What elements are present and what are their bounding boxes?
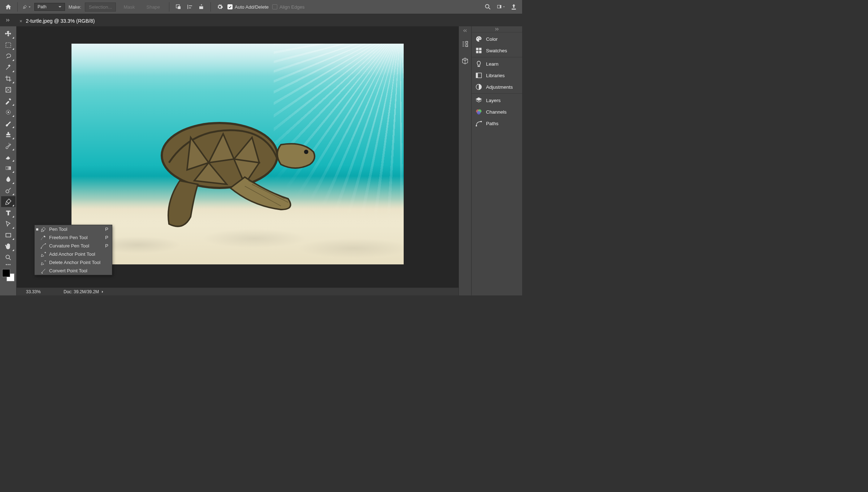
move-tool[interactable]: [1, 28, 16, 39]
make-selection-button[interactable]: Selection...: [85, 3, 116, 12]
frame-tool[interactable]: [1, 84, 16, 95]
path-alignment-button[interactable]: [186, 3, 194, 11]
panel-label: Color: [486, 36, 498, 42]
svg-rect-5: [500, 5, 501, 8]
tools-panel: [0, 26, 17, 295]
panel-label: Channels: [486, 109, 507, 115]
add-anchor-point-tool-option[interactable]: Add Anchor Point Tool: [35, 250, 112, 258]
search-button[interactable]: [484, 3, 492, 11]
chevron-down-icon: [503, 5, 505, 8]
layers-icon: [475, 97, 482, 104]
pen-icon: [23, 4, 27, 10]
document-canvas[interactable]: [71, 44, 404, 264]
hand-icon: [5, 243, 12, 250]
paths-panel-tab[interactable]: Paths: [472, 118, 522, 129]
learn-panel-tab[interactable]: Learn: [472, 58, 522, 70]
double-chevron-right-icon: [6, 19, 11, 22]
home-button[interactable]: [4, 3, 12, 11]
close-tab-button[interactable]: ×: [19, 18, 22, 24]
eyedropper-tool[interactable]: [1, 96, 16, 106]
make-shape-button[interactable]: Shape: [142, 3, 164, 12]
panel-label: Paths: [486, 121, 499, 126]
document-tab[interactable]: × 2-turtle.jpeg @ 33.3% (RGB/8): [14, 16, 100, 26]
zoom-tool[interactable]: [1, 252, 16, 263]
auto-add-delete-checkbox[interactable]: Auto Add/Delete: [227, 4, 269, 10]
delete-anchor-point-tool-option[interactable]: Delete Anchor Point Tool: [35, 258, 112, 267]
extra-pen-options-button[interactable]: [216, 3, 224, 11]
gradient-icon: [5, 164, 12, 172]
align-edges-checkbox[interactable]: Align Edges: [272, 4, 304, 10]
marquee-tool[interactable]: [1, 40, 16, 50]
add-anchor-icon: [40, 251, 46, 257]
channels-panel-tab[interactable]: Channels: [472, 106, 522, 118]
convert-point-tool-option[interactable]: Convert Point Tool: [35, 267, 112, 275]
paths-icon: [475, 120, 482, 127]
path-selection-tool[interactable]: [1, 219, 16, 229]
zoom-icon: [5, 254, 12, 261]
properties-icon: [461, 40, 469, 48]
align-icon: [187, 4, 193, 10]
zoom-level[interactable]: 33.33%: [17, 289, 60, 294]
crop-tool[interactable]: [1, 73, 16, 84]
quick-selection-tool[interactable]: [1, 62, 16, 73]
shortcut: P: [105, 235, 108, 240]
history-brush-tool[interactable]: [1, 140, 16, 151]
libraries-panel-tab[interactable]: Libraries: [472, 70, 522, 81]
healing-brush-tool[interactable]: [1, 107, 16, 118]
canvas-viewport[interactable]: Pen Tool P Freeform Pen Tool P Curvature…: [17, 26, 459, 287]
pen-tool-option[interactable]: Pen Tool P: [35, 225, 112, 233]
pen-tool-flyout: Pen Tool P Freeform Pen Tool P Curvature…: [34, 225, 112, 275]
svg-point-11: [6, 190, 9, 193]
lasso-tool[interactable]: [1, 51, 16, 62]
dodge-tool[interactable]: [1, 185, 16, 196]
adjustments-panel-tab[interactable]: Adjustments: [472, 81, 522, 93]
delete-anchor-icon: [40, 260, 46, 265]
rectangle-tool[interactable]: [1, 230, 16, 241]
magic-wand-icon: [5, 64, 12, 71]
tool-preset-picker[interactable]: [23, 3, 31, 11]
curvature-pen-tool-option[interactable]: Curvature Pen Tool P: [35, 242, 112, 250]
color-panel-tab[interactable]: Color: [472, 33, 522, 45]
tool-divider[interactable]: [5, 264, 11, 265]
pick-tool-mode-dropdown[interactable]: Path: [34, 3, 65, 11]
make-mask-button[interactable]: Mask: [120, 3, 139, 12]
horizontal-scrollbar[interactable]: [112, 289, 459, 294]
svg-point-16: [41, 247, 42, 249]
eraser-icon: [5, 153, 12, 161]
pen-icon: [5, 198, 12, 205]
path-operations-button[interactable]: [174, 3, 182, 11]
move-icon: [5, 30, 12, 38]
panel-label: Swatches: [486, 48, 507, 53]
panel-label: Adjustments: [486, 84, 513, 90]
document-info[interactable]: Doc: 39.2M/39.2M: [60, 289, 104, 294]
svg-point-3: [485, 4, 489, 8]
properties-panel-button[interactable]: [461, 40, 469, 49]
layers-panel-tab[interactable]: Layers: [472, 95, 522, 106]
foreground-background-color[interactable]: [2, 269, 14, 281]
brush-icon: [5, 120, 12, 127]
svg-point-19: [478, 37, 479, 38]
checkbox-label: Align Edges: [279, 4, 304, 10]
collapse-panels-button[interactable]: [472, 26, 522, 32]
double-chevron-left-icon[interactable]: [463, 29, 468, 32]
gradient-tool[interactable]: [1, 163, 16, 173]
share-button[interactable]: [510, 3, 518, 11]
shortcut: P: [105, 243, 108, 249]
path-arrangement-button[interactable]: [198, 3, 205, 11]
hand-tool[interactable]: [1, 241, 16, 252]
clone-stamp-tool[interactable]: [1, 129, 16, 140]
expand-panels-button[interactable]: [2, 14, 14, 26]
separator: [211, 2, 211, 12]
freeform-pen-tool-option[interactable]: Freeform Pen Tool P: [35, 233, 112, 242]
3d-panel-button[interactable]: [461, 57, 469, 66]
swatches-panel-tab[interactable]: Swatches: [472, 45, 522, 56]
foreground-color-swatch[interactable]: [2, 269, 10, 277]
make-label: Make:: [69, 4, 81, 10]
arrow-icon: [5, 220, 12, 228]
pen-tool[interactable]: [1, 196, 16, 207]
type-tool[interactable]: [1, 207, 16, 218]
brush-tool[interactable]: [1, 118, 16, 129]
workspace-switcher[interactable]: [497, 3, 505, 11]
blur-tool[interactable]: [1, 174, 16, 185]
eraser-tool[interactable]: [1, 151, 16, 162]
